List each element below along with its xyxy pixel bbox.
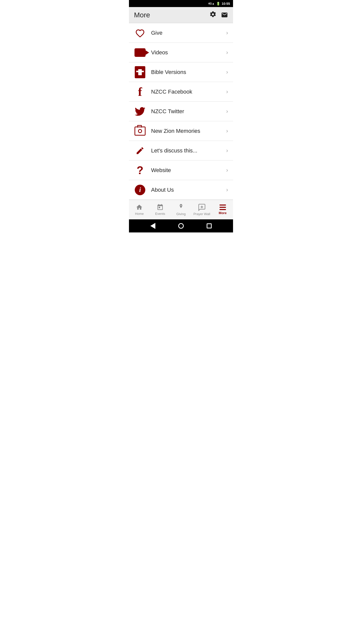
menu-item-nzcc-facebook[interactable]: f NZCC Facebook › bbox=[129, 82, 233, 102]
nzcc-facebook-chevron: › bbox=[226, 89, 228, 95]
android-nav-bar bbox=[129, 219, 233, 232]
video-icon bbox=[134, 47, 146, 59]
pencil-icon bbox=[134, 145, 146, 157]
lets-discuss-label: Let's discuss this... bbox=[151, 147, 226, 154]
info-icon: i bbox=[134, 184, 146, 196]
giving-nav-label: Giving bbox=[176, 212, 186, 216]
nav-item-giving[interactable]: Giving bbox=[171, 200, 192, 219]
give-chevron: › bbox=[226, 30, 228, 36]
nav-item-home[interactable]: Home bbox=[129, 200, 150, 219]
menu-item-new-zion-memories[interactable]: New Zion Memories › bbox=[129, 121, 233, 141]
question-icon: ? bbox=[134, 164, 146, 176]
settings-button[interactable] bbox=[209, 11, 216, 19]
battery-icon: 🔋 bbox=[216, 2, 220, 6]
bible-versions-chevron: › bbox=[226, 69, 228, 75]
nav-item-more[interactable]: More bbox=[212, 200, 233, 219]
home-nav-icon bbox=[136, 204, 143, 211]
menu-item-lets-discuss[interactable]: Let's discuss this... › bbox=[129, 141, 233, 160]
new-zion-memories-label: New Zion Memories bbox=[151, 128, 226, 134]
prayer-wall-nav-label: Prayer Wall bbox=[193, 212, 210, 216]
more-nav-icon bbox=[219, 205, 226, 210]
website-chevron: › bbox=[226, 167, 228, 174]
android-home-button[interactable] bbox=[178, 223, 184, 229]
header-actions bbox=[209, 11, 228, 19]
facebook-icon: f bbox=[134, 86, 146, 98]
camera-icon bbox=[134, 125, 146, 137]
about-us-chevron: › bbox=[226, 187, 228, 193]
events-nav-label: Events bbox=[155, 212, 165, 216]
about-us-label: About Us bbox=[151, 187, 226, 193]
home-nav-label: Home bbox=[135, 212, 144, 216]
events-nav-icon bbox=[157, 204, 164, 211]
page-title: More bbox=[134, 11, 150, 19]
twitter-icon bbox=[134, 105, 146, 117]
android-back-button[interactable] bbox=[150, 223, 155, 229]
nzcc-facebook-label: NZCC Facebook bbox=[151, 89, 226, 95]
menu-item-videos[interactable]: Videos › bbox=[129, 43, 233, 62]
videos-chevron: › bbox=[226, 49, 228, 56]
signal-icon: 4G▲ bbox=[208, 2, 215, 5]
menu-item-bible-versions[interactable]: Bible Versions › bbox=[129, 62, 233, 82]
menu-item-about-us[interactable]: i About Us › bbox=[129, 180, 233, 200]
nzcc-twitter-chevron: › bbox=[226, 108, 228, 115]
heart-icon bbox=[134, 27, 146, 39]
menu-list: Give › Videos › Bible Versions › f NZCC … bbox=[129, 23, 233, 200]
bible-icon bbox=[134, 66, 146, 78]
time-display: 10:55 bbox=[222, 2, 230, 6]
nzcc-twitter-label: NZCC Twitter bbox=[151, 108, 226, 115]
menu-item-website[interactable]: ? Website › bbox=[129, 160, 233, 180]
bottom-nav: Home Events Giving Prayer Wall bbox=[129, 200, 233, 219]
website-label: Website bbox=[151, 167, 226, 174]
prayer-nav-icon bbox=[198, 204, 206, 211]
bible-versions-label: Bible Versions bbox=[151, 69, 226, 75]
nav-item-prayer-wall[interactable]: Prayer Wall bbox=[191, 200, 212, 219]
status-bar: 4G▲ 🔋 10:55 bbox=[129, 0, 233, 7]
videos-label: Videos bbox=[151, 49, 226, 56]
header: More bbox=[129, 7, 233, 23]
new-zion-memories-chevron: › bbox=[226, 128, 228, 134]
give-label: Give bbox=[151, 30, 226, 36]
menu-item-nzcc-twitter[interactable]: NZCC Twitter › bbox=[129, 102, 233, 121]
menu-item-give[interactable]: Give › bbox=[129, 23, 233, 43]
lets-discuss-chevron: › bbox=[226, 147, 228, 154]
android-recent-button[interactable] bbox=[207, 223, 212, 228]
mail-button[interactable] bbox=[221, 11, 228, 19]
giving-nav-icon bbox=[178, 204, 184, 211]
more-nav-label: More bbox=[219, 211, 227, 215]
nav-item-events[interactable]: Events bbox=[150, 200, 171, 219]
